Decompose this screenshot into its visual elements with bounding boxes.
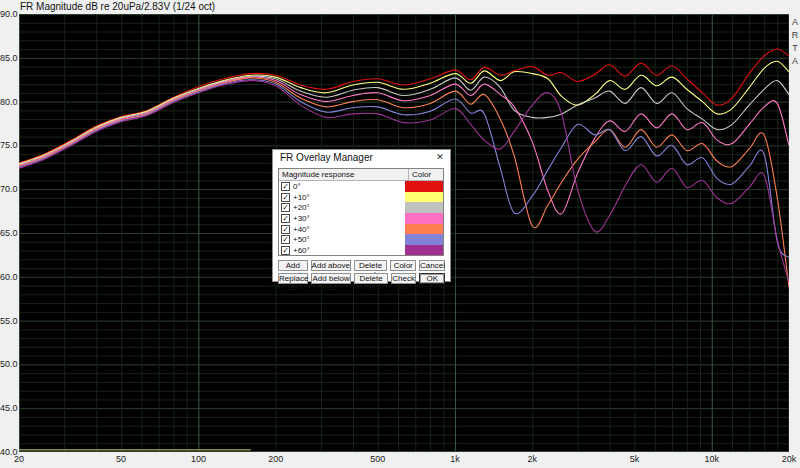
checkbox-checked-icon[interactable]: ✓ — [281, 182, 290, 191]
overlay-row-cell: ✓+30° — [279, 213, 405, 224]
color-swatch[interactable] — [405, 202, 443, 213]
checkbox-checked-icon[interactable]: ✓ — [281, 193, 290, 202]
dialog-title-text: FR Overlay Manager — [280, 152, 373, 163]
overlay-row-cell: ✓+60° — [279, 245, 405, 256]
overlay-row-label: 0° — [293, 182, 301, 191]
x-tick-label: 2k — [528, 454, 538, 464]
overlay-rows: ✓0°✓+10°✓+20°✓+30°✓+40°✓+50°✓+60° — [279, 181, 443, 256]
overlay-row-30[interactable]: ✓+30° — [279, 213, 443, 224]
x-tick-label: 100 — [191, 454, 206, 464]
overlay-row-label: +40° — [293, 225, 310, 234]
check-all-button[interactable]: Check All — [391, 273, 417, 284]
x-tick-label: 20k — [782, 454, 797, 464]
overlay-row-cell: ✓+50° — [279, 234, 405, 245]
x-tick-label: 5k — [630, 454, 640, 464]
cancel-button[interactable]: Cancel — [419, 260, 445, 271]
delete-sel-button[interactable]: Delete sel — [354, 260, 387, 271]
arta-logo-letter: T — [790, 42, 800, 55]
y-tick-label: 80.0 — [0, 97, 16, 107]
overlay-row-cell: ✓+20° — [279, 202, 405, 213]
checkbox-checked-icon[interactable]: ✓ — [281, 246, 290, 255]
replace-sel-button[interactable]: Replace sel — [278, 273, 308, 284]
overlay-row-20[interactable]: ✓+20° — [279, 202, 443, 213]
delete-all-button[interactable]: Delete all — [354, 273, 387, 284]
overlay-row-60[interactable]: ✓+60° — [279, 245, 443, 256]
add-button[interactable]: Add — [278, 260, 308, 271]
color-swatch[interactable] — [405, 181, 443, 192]
checkbox-checked-icon[interactable]: ✓ — [281, 214, 290, 223]
chart-title: FR Magnitude dB re 20uPa/2.83V (1/24 oct… — [20, 1, 215, 12]
y-tick-label: 85.0 — [0, 53, 16, 63]
color-swatch[interactable] — [405, 213, 443, 224]
y-tick-label: 50.0 — [0, 359, 16, 369]
dialog-titlebar[interactable]: FR Overlay Manager ✕ — [273, 150, 450, 166]
overlay-row-label: +20° — [293, 203, 310, 212]
x-tick-label: 200 — [268, 454, 283, 464]
overlay-row-label: +60° — [293, 246, 310, 255]
overlay-row-label: +50° — [293, 235, 310, 244]
checkbox-checked-icon[interactable]: ✓ — [281, 235, 290, 244]
overlay-row-50[interactable]: ✓+50° — [279, 234, 443, 245]
arta-logo-letter: R — [790, 29, 800, 42]
y-tick-label: 55.0 — [0, 316, 16, 326]
color-swatch[interactable] — [405, 234, 443, 245]
overlay-row-40[interactable]: ✓+40° — [279, 224, 443, 235]
checkbox-checked-icon[interactable]: ✓ — [281, 203, 290, 212]
y-tick-label: 90.0 — [0, 9, 16, 19]
overlay-row-cell: ✓+40° — [279, 224, 405, 235]
arta-logo-letter: A — [790, 55, 800, 68]
fr-overlay-manager-dialog: FR Overlay Manager ✕ Magnitude response … — [272, 149, 451, 282]
x-tick-label: 20 — [14, 454, 24, 464]
y-tick-label: 45.0 — [0, 403, 16, 413]
x-tick-label: 10k — [704, 454, 719, 464]
x-tick-label: 1k — [450, 454, 460, 464]
dialog-buttons-row-2: Replace selAdd below crsDelete allCheck … — [278, 273, 445, 284]
add-above-crs-button[interactable]: Add above crs — [311, 260, 351, 271]
overlay-row-10[interactable]: ✓+10° — [279, 192, 443, 203]
y-tick-label: 70.0 — [0, 184, 16, 194]
color-swatch[interactable] — [405, 192, 443, 203]
checkbox-checked-icon[interactable]: ✓ — [281, 225, 290, 234]
overlay-list-header: Magnitude response Color — [279, 169, 443, 181]
close-icon[interactable]: ✕ — [434, 151, 446, 163]
y-tick-label: 75.0 — [0, 140, 16, 150]
color-swatch[interactable] — [405, 224, 443, 235]
x-tick-label: 500 — [370, 454, 385, 464]
column-header-magnitude-response: Magnitude response — [279, 169, 409, 180]
column-header-color: Color — [409, 169, 443, 180]
x-tick-label: 50 — [116, 454, 126, 464]
y-tick-label: 65.0 — [0, 228, 16, 238]
arta-logo-letter: A — [790, 16, 800, 29]
overlay-row-label: +30° — [293, 214, 310, 223]
y-tick-label: 60.0 — [0, 272, 16, 282]
arta-window: FR Magnitude dB re 20uPa/2.83V (1/24 oct… — [0, 0, 800, 468]
arta-vertical-logo: ARTA — [790, 16, 800, 68]
add-below-crs-button[interactable]: Add below crs — [311, 273, 351, 284]
color-button[interactable]: Color — [390, 260, 416, 271]
color-swatch[interactable] — [405, 245, 443, 256]
overlay-list: Magnitude response Color ✓0°✓+10°✓+20°✓+… — [278, 168, 444, 256]
overlay-row-0[interactable]: ✓0° — [279, 181, 443, 192]
overlay-row-label: +10° — [293, 193, 310, 202]
overlay-row-cell: ✓0° — [279, 181, 405, 192]
overlay-row-cell: ✓+10° — [279, 192, 405, 203]
dialog-buttons-row-1: AddAdd above crsDelete selColorCancel — [278, 260, 445, 271]
ok-button[interactable]: OK — [419, 273, 445, 284]
